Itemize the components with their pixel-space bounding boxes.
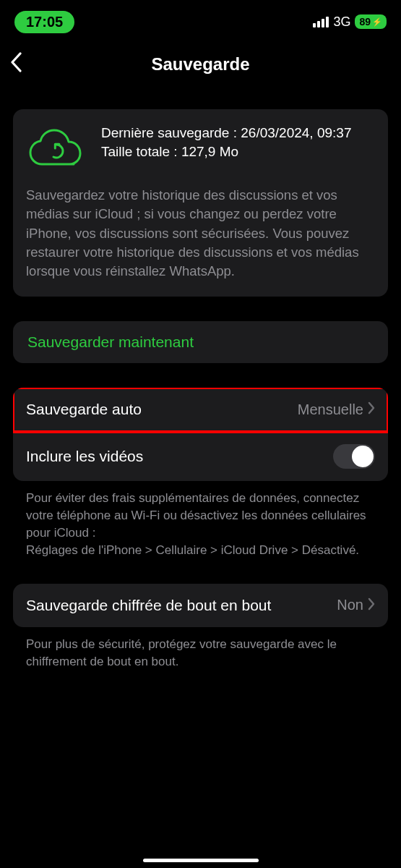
backup-info-lines: Dernière sauvegarde : 26/03/2024, 09:37 … — [101, 124, 351, 161]
backup-info-card: Dernière sauvegarde : 26/03/2024, 09:37 … — [13, 109, 388, 297]
include-videos-label: Inclure les vidéos — [26, 448, 333, 465]
backup-now-button[interactable]: Sauvegarder maintenant — [13, 321, 388, 363]
status-bar: 17:05 3G 89⚡ — [0, 0, 401, 39]
content: Dernière sauvegarde : 26/03/2024, 09:37 … — [0, 96, 401, 670]
cloud-backup-icon — [26, 127, 88, 174]
data-warning-note: Pour éviter des frais supplémentaires de… — [13, 481, 388, 558]
backup-size-text: Taille totale : 127,9 Mo — [101, 142, 351, 161]
include-videos-toggle[interactable] — [333, 444, 375, 469]
encryption-group: Sauvegarde chiffrée de bout en bout Non — [13, 584, 388, 627]
battery-indicator: 89⚡ — [355, 14, 387, 29]
last-backup-text: Dernière sauvegarde : 26/03/2024, 09:37 — [101, 124, 351, 142]
e2e-encryption-value: Non — [337, 597, 363, 613]
auto-backup-label: Sauvegarde auto — [26, 401, 298, 418]
backup-description: Sauvegardez votre historique des discuss… — [26, 186, 375, 281]
chevron-right-icon — [368, 400, 375, 419]
chevron-right-icon — [368, 596, 375, 615]
charging-icon: ⚡ — [372, 17, 382, 27]
nav-header: Sauvegarde — [0, 39, 401, 96]
auto-backup-value: Mensuelle — [298, 401, 363, 418]
home-indicator[interactable] — [143, 859, 259, 862]
backup-now-card: Sauvegarder maintenant — [13, 321, 388, 363]
auto-backup-row[interactable]: Sauvegarde auto Mensuelle — [13, 388, 388, 432]
battery-percent: 89 — [359, 16, 371, 27]
status-indicators: 3G 89⚡ — [313, 14, 387, 30]
include-videos-row: Inclure les vidéos — [13, 432, 388, 481]
network-label: 3G — [333, 14, 350, 30]
page-title: Sauvegarde — [10, 54, 391, 75]
signal-icon — [313, 17, 329, 27]
e2e-encryption-row[interactable]: Sauvegarde chiffrée de bout en bout Non — [13, 584, 388, 627]
status-time: 17:05 — [14, 11, 74, 33]
encryption-note: Pour plus de sécurité, protégez votre sa… — [13, 627, 388, 671]
e2e-encryption-label: Sauvegarde chiffrée de bout en bout — [26, 596, 337, 615]
backup-settings-group: Sauvegarde auto Mensuelle Inclure les vi… — [13, 388, 388, 481]
